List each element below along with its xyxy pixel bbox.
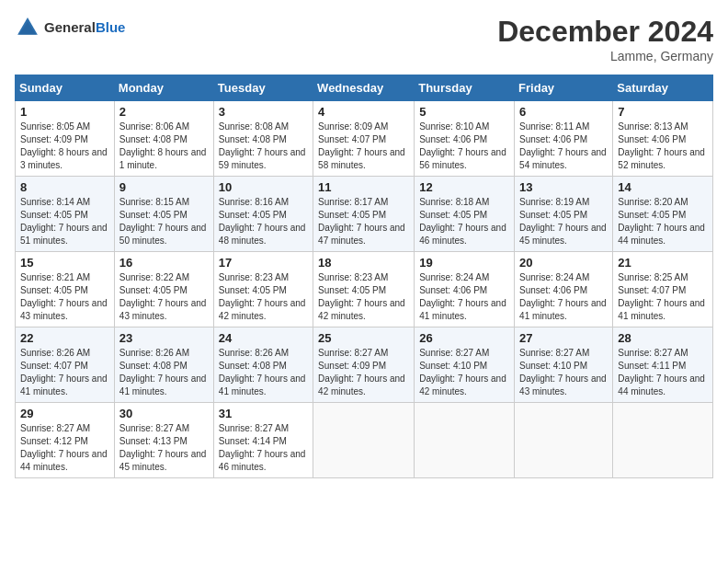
day-detail: Sunrise: 8:24 AMSunset: 4:06 PMDaylight:…	[519, 271, 608, 323]
calendar-cell: 13Sunrise: 8:19 AMSunset: 4:05 PMDayligh…	[515, 177, 613, 252]
day-number: 18	[318, 256, 409, 270]
calendar-week-row: 8Sunrise: 8:14 AMSunset: 4:05 PMDaylight…	[16, 177, 713, 252]
day-number: 29	[20, 407, 109, 420]
logo-icon	[15, 15, 40, 40]
day-detail: Sunrise: 8:19 AMSunset: 4:05 PMDaylight:…	[519, 196, 608, 247]
day-number: 14	[618, 180, 708, 194]
calendar-cell: 10Sunrise: 8:16 AMSunset: 4:05 PMDayligh…	[213, 177, 313, 252]
day-detail: Sunrise: 8:26 AMSunset: 4:08 PMDaylight:…	[119, 347, 209, 398]
day-number: 28	[618, 331, 708, 345]
title-block: December 2024 Lamme, Germany	[497, 15, 713, 63]
calendar-cell: 30Sunrise: 8:27 AMSunset: 4:13 PMDayligh…	[114, 403, 213, 478]
calendar-cell: 11Sunrise: 8:17 AMSunset: 4:05 PMDayligh…	[313, 177, 415, 252]
day-detail: Sunrise: 8:23 AMSunset: 4:05 PMDaylight:…	[219, 271, 308, 323]
col-header-tuesday: Tuesday	[213, 75, 313, 101]
day-detail: Sunrise: 8:06 AMSunset: 4:08 PMDaylight:…	[119, 121, 209, 172]
calendar-cell	[313, 403, 415, 478]
calendar-cell: 28Sunrise: 8:27 AMSunset: 4:11 PMDayligh…	[613, 327, 713, 403]
day-number: 11	[318, 180, 409, 194]
day-number: 19	[419, 256, 509, 270]
day-number: 16	[119, 256, 209, 270]
col-header-wednesday: Wednesday	[313, 75, 415, 101]
day-detail: Sunrise: 8:25 AMSunset: 4:07 PMDaylight:…	[618, 271, 708, 323]
day-number: 3	[219, 105, 308, 119]
calendar-week-row: 29Sunrise: 8:27 AMSunset: 4:12 PMDayligh…	[16, 403, 713, 478]
day-detail: Sunrise: 8:27 AMSunset: 4:09 PMDaylight:…	[318, 347, 409, 398]
logo-text-blue: Blue	[96, 19, 126, 35]
day-number: 5	[419, 105, 509, 119]
day-detail: Sunrise: 8:27 AMSunset: 4:11 PMDaylight:…	[618, 347, 708, 398]
calendar-cell: 14Sunrise: 8:20 AMSunset: 4:05 PMDayligh…	[613, 177, 713, 252]
col-header-monday: Monday	[114, 75, 213, 101]
day-detail: Sunrise: 8:17 AMSunset: 4:05 PMDaylight:…	[318, 196, 409, 247]
day-number: 22	[20, 331, 109, 345]
day-detail: Sunrise: 8:10 AMSunset: 4:06 PMDaylight:…	[419, 121, 509, 172]
calendar-cell: 8Sunrise: 8:14 AMSunset: 4:05 PMDaylight…	[16, 177, 115, 252]
day-detail: Sunrise: 8:11 AMSunset: 4:06 PMDaylight:…	[519, 121, 608, 172]
calendar-header-row: SundayMondayTuesdayWednesdayThursdayFrid…	[16, 75, 713, 101]
calendar-cell: 9Sunrise: 8:15 AMSunset: 4:05 PMDaylight…	[114, 177, 213, 252]
calendar-cell: 19Sunrise: 8:24 AMSunset: 4:06 PMDayligh…	[415, 252, 515, 327]
calendar-cell: 29Sunrise: 8:27 AMSunset: 4:12 PMDayligh…	[16, 403, 115, 478]
calendar-cell: 3Sunrise: 8:08 AMSunset: 4:08 PMDaylight…	[213, 101, 313, 177]
day-number: 15	[20, 256, 109, 270]
calendar-cell: 23Sunrise: 8:26 AMSunset: 4:08 PMDayligh…	[114, 327, 213, 403]
calendar-cell: 15Sunrise: 8:21 AMSunset: 4:05 PMDayligh…	[16, 252, 115, 327]
col-header-thursday: Thursday	[415, 75, 515, 101]
day-detail: Sunrise: 8:26 AMSunset: 4:08 PMDaylight:…	[219, 347, 308, 398]
day-detail: Sunrise: 8:27 AMSunset: 4:10 PMDaylight:…	[519, 347, 608, 398]
day-number: 23	[119, 331, 209, 345]
day-detail: Sunrise: 8:27 AMSunset: 4:13 PMDaylight:…	[119, 422, 209, 474]
day-number: 25	[318, 331, 409, 345]
col-header-saturday: Saturday	[613, 75, 713, 101]
day-detail: Sunrise: 8:05 AMSunset: 4:09 PMDaylight:…	[20, 121, 109, 172]
calendar-cell	[515, 403, 613, 478]
day-number: 24	[219, 331, 308, 345]
day-number: 9	[119, 180, 209, 194]
day-number: 2	[119, 105, 209, 119]
day-number: 4	[318, 105, 409, 119]
calendar-cell	[613, 403, 713, 478]
day-number: 8	[20, 180, 109, 194]
calendar-cell: 18Sunrise: 8:23 AMSunset: 4:05 PMDayligh…	[313, 252, 415, 327]
day-number: 27	[519, 331, 608, 345]
day-detail: Sunrise: 8:14 AMSunset: 4:05 PMDaylight:…	[20, 196, 109, 247]
calendar-cell: 4Sunrise: 8:09 AMSunset: 4:07 PMDaylight…	[313, 101, 415, 177]
day-number: 7	[618, 105, 708, 119]
day-detail: Sunrise: 8:26 AMSunset: 4:07 PMDaylight:…	[20, 347, 109, 398]
calendar-week-row: 1Sunrise: 8:05 AMSunset: 4:09 PMDaylight…	[16, 101, 713, 177]
day-detail: Sunrise: 8:15 AMSunset: 4:05 PMDaylight:…	[119, 196, 209, 247]
calendar-cell: 1Sunrise: 8:05 AMSunset: 4:09 PMDaylight…	[16, 101, 115, 177]
day-detail: Sunrise: 8:20 AMSunset: 4:05 PMDaylight:…	[618, 196, 708, 247]
calendar-cell: 16Sunrise: 8:22 AMSunset: 4:05 PMDayligh…	[114, 252, 213, 327]
location: Lamme, Germany	[497, 49, 713, 63]
calendar-cell: 24Sunrise: 8:26 AMSunset: 4:08 PMDayligh…	[213, 327, 313, 403]
day-number: 6	[519, 105, 608, 119]
calendar-cell: 25Sunrise: 8:27 AMSunset: 4:09 PMDayligh…	[313, 327, 415, 403]
day-number: 10	[219, 180, 308, 194]
day-detail: Sunrise: 8:27 AMSunset: 4:12 PMDaylight:…	[20, 422, 109, 474]
day-detail: Sunrise: 8:09 AMSunset: 4:07 PMDaylight:…	[318, 121, 409, 172]
day-detail: Sunrise: 8:16 AMSunset: 4:05 PMDaylight:…	[219, 196, 308, 247]
day-detail: Sunrise: 8:13 AMSunset: 4:06 PMDaylight:…	[618, 121, 708, 172]
day-number: 31	[219, 407, 308, 420]
col-header-sunday: Sunday	[16, 75, 115, 101]
day-detail: Sunrise: 8:08 AMSunset: 4:08 PMDaylight:…	[219, 121, 308, 172]
col-header-friday: Friday	[515, 75, 613, 101]
calendar-cell	[415, 403, 515, 478]
calendar-week-row: 22Sunrise: 8:26 AMSunset: 4:07 PMDayligh…	[16, 327, 713, 403]
day-detail: Sunrise: 8:23 AMSunset: 4:05 PMDaylight:…	[318, 271, 409, 323]
calendar-cell: 5Sunrise: 8:10 AMSunset: 4:06 PMDaylight…	[415, 101, 515, 177]
calendar-table: SundayMondayTuesdayWednesdayThursdayFrid…	[15, 75, 713, 478]
calendar-cell: 12Sunrise: 8:18 AMSunset: 4:05 PMDayligh…	[415, 177, 515, 252]
day-detail: Sunrise: 8:27 AMSunset: 4:10 PMDaylight:…	[419, 347, 509, 398]
calendar-cell: 31Sunrise: 8:27 AMSunset: 4:14 PMDayligh…	[213, 403, 313, 478]
day-number: 17	[219, 256, 308, 270]
calendar-cell: 6Sunrise: 8:11 AMSunset: 4:06 PMDaylight…	[515, 101, 613, 177]
day-number: 1	[20, 105, 109, 119]
day-number: 13	[519, 180, 608, 194]
calendar-week-row: 15Sunrise: 8:21 AMSunset: 4:05 PMDayligh…	[16, 252, 713, 327]
page-header: GeneralBlue December 2024 Lamme, Germany	[15, 15, 713, 63]
day-number: 12	[419, 180, 509, 194]
calendar-cell: 20Sunrise: 8:24 AMSunset: 4:06 PMDayligh…	[515, 252, 613, 327]
